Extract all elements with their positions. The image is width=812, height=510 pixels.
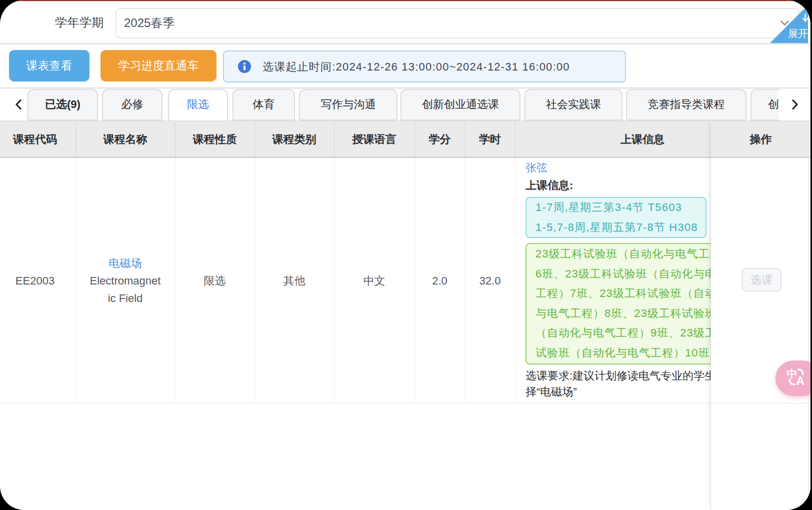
svg-text:A: A: [796, 374, 804, 388]
